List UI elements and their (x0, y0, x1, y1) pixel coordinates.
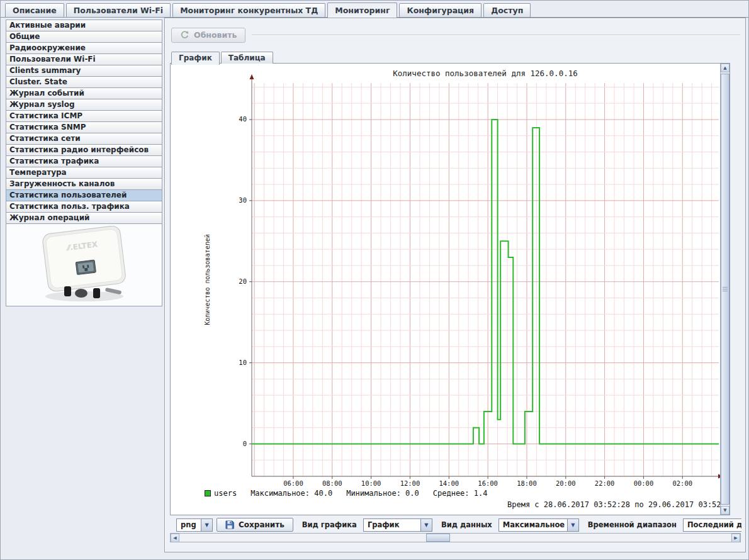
main-tab-2[interactable]: Пользователи Wi-Fi (66, 3, 171, 17)
svg-text:20:00: 20:00 (556, 479, 576, 487)
chart-controls-toolbar: png ▼ Сохранить Вид графика График ▼ Вид… (170, 517, 741, 532)
svg-text:14:00: 14:00 (439, 479, 459, 487)
sidebar-item-14[interactable]: Температура (6, 167, 162, 179)
app-window: ОписаниеПользователи Wi-FiМониторинг кон… (0, 0, 749, 560)
sidebar-item-4[interactable]: Пользователи Wi-Fi (6, 53, 162, 65)
svg-text:40: 40 (239, 115, 247, 123)
sidebar-item-2[interactable]: Общие (6, 31, 162, 43)
time-range-label: Время с 28.06.2017 03:52:28 по 29.06.201… (507, 500, 721, 509)
sidebar-item-17[interactable]: Статистика польз. трафика (6, 201, 162, 213)
svg-text:▚▞: ▚▞ (82, 264, 89, 271)
hscroll-thumb[interactable] (426, 534, 450, 542)
device-image-panel: ⁄⁄.ELTEX ▚▞ (6, 223, 162, 306)
data-kind-label: Вид данных (441, 520, 492, 529)
svg-text:06:00: 06:00 (283, 479, 303, 487)
monitoring-content-panel: Обновить ГрафикТаблица 06:0008:0010:0012… (164, 18, 746, 552)
vscroll-track[interactable] (721, 72, 729, 506)
main-tab-3[interactable]: Мониторинг конкурентных ТД (172, 3, 325, 17)
scroll-right-icon[interactable]: ▶ (731, 534, 740, 542)
legend-avg-value: Среднее: 1.4 (433, 489, 488, 498)
svg-text:12:00: 12:00 (400, 479, 420, 487)
legend-series-name: users (214, 489, 237, 498)
svg-text:Количество пользователей: Количество пользователей (204, 234, 211, 325)
svg-text:02:00: 02:00 (672, 479, 692, 487)
sidebar-item-15[interactable]: Загруженность каналов (6, 178, 162, 190)
export-format-value: png (177, 519, 201, 531)
main-tab-1[interactable]: Описание (5, 3, 64, 17)
time-span-value: Последний ден (684, 519, 741, 531)
sidebar-item-1[interactable]: Активные аварии (6, 20, 162, 31)
refresh-button[interactable]: Обновить (171, 28, 245, 43)
sidebar-item-8[interactable]: Журнал syslog (6, 99, 162, 111)
svg-text:00:00: 00:00 (634, 479, 654, 487)
main-tab-5[interactable]: Конфигурация (399, 3, 482, 17)
svg-text:Количество пользователей для 1: Количество пользователей для 126.0.0.16 (393, 69, 578, 78)
save-icon (225, 520, 234, 529)
sidebar-item-3[interactable]: Радиоокружение (6, 42, 162, 54)
chart-view-label: Вид графика (302, 520, 357, 529)
refresh-toolbar: Обновить (171, 27, 740, 43)
save-button-label: Сохранить (239, 520, 284, 529)
save-button[interactable]: Сохранить (217, 518, 293, 532)
users-series-swatch (205, 490, 211, 496)
sidebar-item-9[interactable]: Статистика ICMP (6, 110, 162, 122)
export-format-select[interactable]: png ▼ (176, 518, 213, 532)
main-tab-4[interactable]: Мониторинг (327, 3, 397, 18)
legend-min-value: Минимальное: 0.0 (346, 489, 419, 498)
data-kind-value: Максимальное (499, 519, 567, 531)
refresh-icon (180, 30, 189, 40)
scroll-down-icon[interactable]: ▼ (721, 506, 729, 515)
data-kind-select[interactable]: Максимальное ▼ (498, 518, 579, 532)
svg-text:22:00: 22:00 (595, 479, 615, 487)
legend-max-value: Максимальное: 40.0 (251, 489, 332, 498)
sidebar-item-13[interactable]: Статистика трафика (6, 155, 162, 167)
chart-vertical-scrollbar[interactable]: ▲ ▼ (720, 64, 729, 515)
svg-text:08:00: 08:00 (322, 479, 342, 487)
users-chart: 06:0008:0010:0012:0014:0016:0018:0020:00… (171, 64, 721, 515)
chart-view-value: График (364, 519, 420, 531)
svg-text:10: 10 (239, 359, 247, 366)
svg-text:10:00: 10:00 (361, 479, 381, 487)
scroll-up-icon[interactable]: ▲ (721, 64, 729, 72)
svg-text:16:00: 16:00 (478, 479, 498, 487)
svg-text:20: 20 (239, 277, 247, 285)
vscroll-thumb[interactable] (721, 74, 729, 505)
sidebar-item-11[interactable]: Статистика сети (6, 133, 162, 145)
sidebar-list: Активные аварииОбщиеРадиоокружениеПользо… (6, 20, 162, 224)
eltex-device-photo: ⁄⁄.ELTEX ▚▞ (18, 226, 151, 304)
chart-table-tab-bar: ГрафикТаблица (171, 51, 274, 64)
content-tab-2[interactable]: Таблица (221, 52, 273, 64)
time-span-select[interactable]: Последний ден ▼ (683, 518, 741, 532)
refresh-button-label: Обновить (194, 30, 237, 40)
chevron-down-icon[interactable]: ▼ (567, 519, 578, 531)
chevron-down-icon[interactable]: ▼ (201, 519, 212, 531)
content-tab-1[interactable]: График (171, 52, 220, 65)
svg-text:0: 0 (243, 440, 247, 447)
hscroll-track[interactable] (179, 534, 731, 542)
chevron-down-icon[interactable]: ▼ (420, 519, 432, 531)
sidebar-item-10[interactable]: Статистика SNMP (6, 121, 162, 133)
monitoring-sidebar: Активные аварииОбщиеРадиоокружениеПользо… (6, 20, 162, 306)
main-tab-6[interactable]: Доступ (483, 3, 531, 17)
chart-legend: users Максимальное: 40.0 Минимальное: 0.… (205, 489, 487, 498)
sidebar-item-5[interactable]: Clients summary (6, 65, 162, 77)
sidebar-item-7[interactable]: Журнал событий (6, 87, 162, 99)
sidebar-item-6[interactable]: Cluster. State (6, 76, 162, 88)
toolbar-separator (252, 35, 740, 36)
svg-text:18:00: 18:00 (517, 479, 537, 487)
main-tab-bar: ОписаниеПользователи Wi-FiМониторинг кон… (1, 1, 748, 18)
thumb-grip (723, 287, 728, 291)
sidebar-item-16[interactable]: Статистика пользователей (6, 189, 162, 201)
chart-view-select[interactable]: График ▼ (363, 518, 432, 532)
chart-panel: 06:0008:0010:0012:0014:0016:0018:0020:00… (170, 63, 730, 515)
time-span-label: Временной диапазон (588, 520, 677, 529)
chart-viewport: 06:0008:0010:0012:0014:0016:0018:0020:00… (171, 64, 721, 515)
chart-horizontal-scrollbar[interactable]: ◀ ▶ (170, 533, 741, 542)
svg-text:30: 30 (239, 196, 247, 204)
scroll-left-icon[interactable]: ◀ (171, 534, 179, 542)
sidebar-item-12[interactable]: Статистика радио интерфейсов (6, 144, 162, 156)
sidebar-item-18[interactable]: Журнал операций (6, 212, 162, 224)
